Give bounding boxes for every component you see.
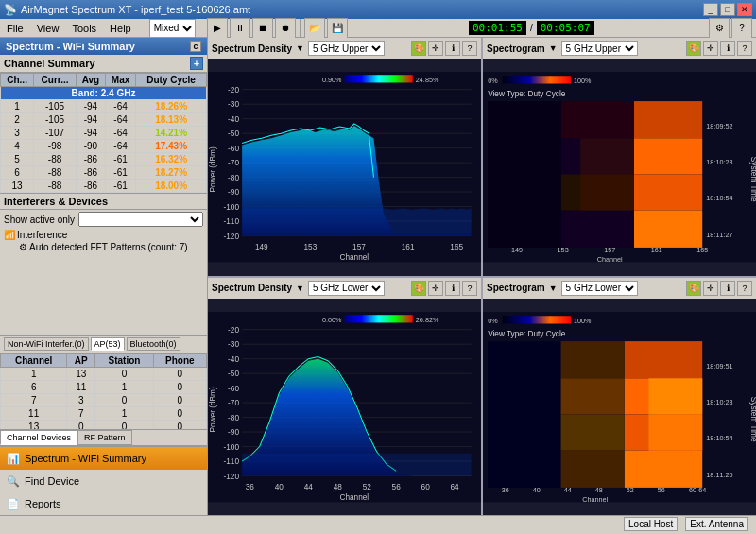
svg-text:-110: -110	[224, 217, 240, 226]
svg-text:-20: -20	[228, 325, 239, 334]
add-channel-button[interactable]: +	[190, 57, 203, 70]
mode-select[interactable]: Mixed	[149, 19, 196, 38]
table-row[interactable]: 5 -88 -86 -61 16.32%	[1, 153, 207, 166]
chart-info-btn-br[interactable]: ℹ	[720, 281, 735, 296]
chart-arrow-tl: ▼	[296, 43, 304, 53]
pause-button[interactable]: ⏸	[230, 18, 250, 39]
menu-file[interactable]: File	[4, 22, 26, 35]
chart-header-br: Spectrogram ▼ 5 GHz Lower 🎨 ✛ ℹ ?	[483, 278, 756, 299]
bottom-tabs: Channel Devices RF Pattern	[0, 429, 207, 446]
list-item[interactable]: 7300	[1, 394, 207, 407]
table-row[interactable]: 3 -107 -94 -64 14.21%	[1, 127, 207, 140]
svg-text:0%: 0%	[488, 317, 498, 325]
chart-icons-tr: 🎨 ✛ ℹ ?	[686, 41, 752, 56]
chart-question-btn-tr[interactable]: ?	[737, 41, 752, 56]
menu-view[interactable]: View	[34, 22, 62, 35]
help-button[interactable]: ?	[731, 18, 752, 39]
svg-text:52: 52	[363, 482, 372, 491]
maximize-button[interactable]: □	[720, 3, 735, 16]
chart-header-tl: Spectrum Density ▼ 5 GHz Upper 🎨 ✛ ℹ ?	[208, 38, 481, 59]
tab-ap[interactable]: AP(53)	[91, 337, 125, 351]
list-item[interactable]: 11300	[1, 368, 207, 381]
chart-color-btn-br[interactable]: 🎨	[686, 281, 701, 296]
col-duty: Duty Cycle	[136, 74, 207, 87]
channel-table-container: Ch... Curr... Avg Max Duty Cycle Band: 2…	[0, 73, 207, 193]
show-active-select[interactable]	[78, 212, 203, 227]
table-row[interactable]: 1 -105 -94 -64 18.26%	[1, 100, 207, 113]
chart-color-btn-bl[interactable]: 🎨	[411, 281, 426, 296]
svg-rect-59	[561, 211, 634, 248]
svg-text:153: 153	[303, 243, 317, 251]
svg-text:-80: -80	[228, 174, 239, 182]
settings-button[interactable]: ⚙	[709, 18, 730, 39]
chart-crosshair-btn-bl[interactable]: ✛	[428, 281, 443, 296]
chart-band-select-tl[interactable]: 5 GHz Upper	[308, 41, 385, 56]
panel-close-button[interactable]: c	[190, 41, 201, 52]
svg-text:System Time: System Time	[749, 157, 756, 202]
chart-band-select-tr[interactable]: 5 GHz Upper	[561, 41, 638, 56]
svg-text:18:09:52: 18:09:52	[706, 122, 732, 130]
status-local-host: Local Host	[624, 517, 678, 531]
status-bar: Local Host Ext. Antenna	[0, 515, 756, 532]
tab-bluetooth[interactable]: Bluetooth(0)	[127, 337, 180, 351]
chart-crosshair-btn-br[interactable]: ✛	[703, 281, 718, 296]
chart-color-btn-tr[interactable]: 🎨	[686, 41, 701, 56]
chart-info-btn-bl[interactable]: ℹ	[445, 281, 460, 296]
nav-spectrum-summary[interactable]: 📊 Spectrum - WiFi Summary	[0, 447, 207, 470]
record-button[interactable]: ⏺	[275, 18, 296, 39]
svg-text:18:10:54: 18:10:54	[706, 194, 732, 202]
chart-crosshair-btn-tl[interactable]: ✛	[428, 41, 443, 56]
svg-text:18:10:23: 18:10:23	[706, 398, 732, 406]
svg-text:60: 60	[421, 482, 431, 491]
svg-text:Power (dBm): Power (dBm)	[209, 146, 217, 192]
stop-button[interactable]: ⏹	[252, 18, 273, 39]
chart-question-btn-tl[interactable]: ?	[462, 41, 477, 56]
chart-question-btn-bl[interactable]: ?	[462, 281, 477, 296]
minimize-button[interactable]: _	[703, 3, 718, 16]
nav-find-device[interactable]: 🔍 Find Device	[0, 470, 207, 492]
chart-info-btn-tl[interactable]: ℹ	[445, 41, 460, 56]
fft-label: Auto detected FFT Patterns (count: 7)	[29, 242, 188, 252]
table-row[interactable]: 13 -88 -86 -61 18.00%	[1, 180, 207, 193]
chart-crosshair-btn-tr[interactable]: ✛	[703, 41, 718, 56]
table-row[interactable]: 6 -88 -86 -61 18.27%	[1, 166, 207, 180]
title-bar-controls: _ □ ✕	[703, 3, 752, 16]
chart-band-select-bl[interactable]: 5 GHz Lower	[308, 281, 385, 296]
svg-text:44: 44	[304, 482, 314, 491]
chart-question-btn-br[interactable]: ?	[737, 281, 752, 296]
tab-section: Non-WiFi Interfer.(0) AP(53) Bluetooth(0…	[0, 335, 207, 446]
nav-reports[interactable]: 📄 Reports	[0, 492, 207, 515]
chart-body-tr: 0% 100% View Type: Duty Cycle 18:09:52 1…	[483, 59, 756, 276]
status-ext-antenna: Ext. Antenna	[685, 517, 748, 531]
svg-rect-126	[561, 414, 625, 450]
svg-rect-61	[580, 138, 634, 210]
chart-color-btn-tl[interactable]: 🎨	[411, 41, 426, 56]
chart-info-btn-tr[interactable]: ℹ	[720, 41, 735, 56]
menu-help[interactable]: Help	[107, 22, 134, 35]
svg-text:40: 40	[275, 482, 284, 491]
tab-non-wifi[interactable]: Non-WiFi Interfer.(0)	[4, 337, 89, 351]
menu-tools[interactable]: Tools	[69, 22, 99, 35]
table-row[interactable]: 2 -105 -94 -64 18.13%	[1, 113, 207, 127]
list-item[interactable]: 61110	[1, 381, 207, 394]
svg-rect-60	[488, 101, 560, 248]
play-button[interactable]: ▶	[207, 18, 228, 39]
sep1	[300, 19, 301, 38]
charts-area: Spectrum Density ▼ 5 GHz Upper 🎨 ✛ ℹ ?	[208, 38, 756, 515]
svg-text:36: 36	[246, 482, 255, 491]
chart-band-select-br[interactable]: 5 GHz Lower	[561, 281, 638, 296]
save-button[interactable]: 💾	[327, 18, 348, 39]
spectrogram-svg-br: 0% 100% View Type: Duty Cycle 18:09:51 1…	[483, 299, 756, 516]
table-row[interactable]: 4 -98 -90 -64 17.43%	[1, 140, 207, 153]
list-item[interactable]: 11710	[1, 407, 207, 421]
list-item[interactable]: 13000	[1, 421, 207, 430]
tab-rf-pattern[interactable]: RF Pattern	[77, 430, 132, 445]
svg-text:26.82%: 26.82%	[416, 316, 439, 324]
svg-text:-40: -40	[228, 354, 239, 363]
close-button[interactable]: ✕	[737, 3, 752, 16]
tab-channel-devices[interactable]: Channel Devices	[0, 430, 77, 445]
svg-marker-34	[242, 209, 472, 236]
window-title: AirMagnet Spectrum XT - iperf_test 5-160…	[21, 4, 250, 15]
nav-spectrum-label: Spectrum - WiFi Summary	[25, 453, 146, 464]
open-button[interactable]: 📂	[304, 18, 325, 39]
